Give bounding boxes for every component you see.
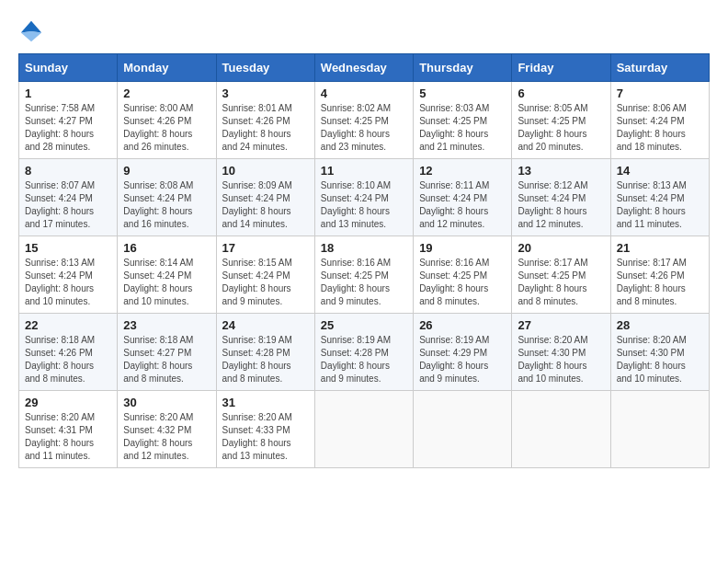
calendar-table: SundayMondayTuesdayWednesdayThursdayFrid…	[18, 53, 710, 468]
calendar-cell: 1 Sunrise: 7:58 AM Sunset: 4:27 PM Dayli…	[19, 82, 118, 159]
calendar-cell: 8 Sunrise: 8:07 AM Sunset: 4:24 PM Dayli…	[19, 159, 118, 236]
day-info: Sunrise: 8:19 AM Sunset: 4:28 PM Dayligh…	[321, 334, 407, 385]
day-info: Sunrise: 8:20 AM Sunset: 4:30 PM Dayligh…	[518, 334, 604, 385]
calendar-cell: 20 Sunrise: 8:17 AM Sunset: 4:25 PM Dayl…	[512, 236, 610, 314]
sunset-label: Sunset: 4:24 PM	[222, 270, 290, 281]
sunrise-label: Sunrise: 8:20 AM	[617, 335, 687, 345]
day-info: Sunrise: 7:58 AM Sunset: 4:27 PM Dayligh…	[25, 102, 111, 154]
sunrise-label: Sunrise: 8:00 AM	[123, 103, 193, 113]
sunrise-label: Sunrise: 8:20 AM	[222, 412, 292, 422]
calendar-week-row: 1 Sunrise: 7:58 AM Sunset: 4:27 PM Dayli…	[19, 82, 710, 159]
day-number: 20	[518, 241, 604, 255]
daylight-label: Daylight: 8 hours and 13 minutes.	[321, 206, 390, 229]
daylight-label: Daylight: 8 hours and 17 minutes.	[25, 206, 94, 229]
calendar-cell	[414, 391, 512, 468]
daylight-label: Daylight: 8 hours and 12 minutes.	[123, 438, 192, 461]
day-number: 29	[25, 396, 111, 409]
day-number: 23	[123, 318, 210, 332]
day-number: 31	[222, 396, 309, 409]
day-info: Sunrise: 8:08 AM Sunset: 4:24 PM Dayligh…	[123, 179, 210, 231]
daylight-label: Daylight: 8 hours and 10 minutes.	[617, 361, 686, 384]
day-number: 21	[617, 241, 703, 255]
sunset-label: Sunset: 4:25 PM	[419, 270, 487, 281]
sunrise-label: Sunrise: 8:13 AM	[25, 258, 95, 268]
day-info: Sunrise: 8:17 AM Sunset: 4:25 PM Dayligh…	[518, 257, 604, 308]
sunset-label: Sunset: 4:29 PM	[419, 348, 487, 358]
calendar-cell: 25 Sunrise: 8:19 AM Sunset: 4:28 PM Dayl…	[314, 314, 413, 391]
day-info: Sunrise: 8:19 AM Sunset: 4:28 PM Dayligh…	[222, 334, 309, 385]
day-info: Sunrise: 8:11 AM Sunset: 4:24 PM Dayligh…	[419, 179, 506, 231]
sunset-label: Sunset: 4:25 PM	[321, 270, 389, 281]
calendar-cell: 24 Sunrise: 8:19 AM Sunset: 4:28 PM Dayl…	[216, 314, 314, 391]
daylight-label: Daylight: 8 hours and 24 minutes.	[222, 129, 291, 152]
daylight-label: Daylight: 8 hours and 18 minutes.	[617, 129, 686, 152]
day-number: 2	[123, 86, 210, 100]
sunset-label: Sunset: 4:24 PM	[321, 193, 389, 203]
day-info: Sunrise: 8:05 AM Sunset: 4:25 PM Dayligh…	[518, 102, 604, 154]
day-info: Sunrise: 8:17 AM Sunset: 4:26 PM Dayligh…	[617, 257, 703, 308]
day-info: Sunrise: 8:01 AM Sunset: 4:26 PM Dayligh…	[222, 102, 309, 154]
day-number: 1	[25, 86, 111, 100]
day-info: Sunrise: 8:07 AM Sunset: 4:24 PM Dayligh…	[25, 179, 111, 231]
daylight-label: Daylight: 8 hours and 26 minutes.	[123, 129, 192, 152]
sunrise-label: Sunrise: 8:08 AM	[123, 180, 193, 190]
day-number: 19	[419, 241, 506, 255]
sunset-label: Sunset: 4:26 PM	[222, 116, 290, 126]
column-header-friday: Friday	[512, 54, 610, 82]
sunset-label: Sunset: 4:24 PM	[25, 270, 93, 281]
day-number: 27	[518, 318, 604, 332]
calendar-cell: 11 Sunrise: 8:10 AM Sunset: 4:24 PM Dayl…	[314, 159, 413, 236]
sunrise-label: Sunrise: 8:18 AM	[123, 335, 193, 345]
sunset-label: Sunset: 4:24 PM	[617, 193, 685, 203]
column-header-tuesday: Tuesday	[216, 54, 314, 82]
day-number: 7	[617, 86, 703, 100]
calendar-cell: 31 Sunrise: 8:20 AM Sunset: 4:33 PM Dayl…	[216, 391, 314, 468]
calendar-cell: 21 Sunrise: 8:17 AM Sunset: 4:26 PM Dayl…	[610, 236, 709, 314]
daylight-label: Daylight: 8 hours and 9 minutes.	[419, 361, 488, 384]
daylight-label: Daylight: 8 hours and 8 minutes.	[25, 361, 94, 384]
day-number: 14	[617, 164, 703, 178]
day-info: Sunrise: 8:16 AM Sunset: 4:25 PM Dayligh…	[321, 257, 407, 308]
sunrise-label: Sunrise: 8:06 AM	[617, 103, 687, 113]
calendar-cell: 14 Sunrise: 8:13 AM Sunset: 4:24 PM Dayl…	[610, 159, 709, 236]
day-info: Sunrise: 8:19 AM Sunset: 4:29 PM Dayligh…	[419, 334, 506, 385]
daylight-label: Daylight: 8 hours and 8 minutes.	[419, 283, 488, 306]
calendar-cell: 17 Sunrise: 8:15 AM Sunset: 4:24 PM Dayl…	[216, 236, 314, 314]
sunset-label: Sunset: 4:26 PM	[123, 116, 191, 126]
sunrise-label: Sunrise: 8:20 AM	[25, 412, 95, 422]
daylight-label: Daylight: 8 hours and 10 minutes.	[25, 283, 94, 306]
sunset-label: Sunset: 4:24 PM	[419, 193, 487, 203]
sunrise-label: Sunrise: 8:19 AM	[222, 335, 292, 345]
day-info: Sunrise: 8:18 AM Sunset: 4:27 PM Dayligh…	[123, 334, 210, 385]
sunset-label: Sunset: 4:31 PM	[25, 425, 93, 435]
daylight-label: Daylight: 8 hours and 23 minutes.	[321, 129, 390, 152]
daylight-label: Daylight: 8 hours and 8 minutes.	[518, 283, 586, 306]
column-header-wednesday: Wednesday	[314, 54, 413, 82]
calendar-cell: 6 Sunrise: 8:05 AM Sunset: 4:25 PM Dayli…	[512, 82, 610, 159]
sunset-label: Sunset: 4:24 PM	[123, 270, 191, 281]
sunrise-label: Sunrise: 8:01 AM	[222, 103, 292, 113]
sunset-label: Sunset: 4:32 PM	[123, 425, 191, 435]
daylight-label: Daylight: 8 hours and 20 minutes.	[518, 129, 586, 152]
column-header-saturday: Saturday	[610, 54, 709, 82]
sunset-label: Sunset: 4:25 PM	[321, 116, 389, 126]
sunrise-label: Sunrise: 8:18 AM	[25, 335, 95, 345]
calendar-cell	[314, 391, 413, 468]
calendar-cell: 29 Sunrise: 8:20 AM Sunset: 4:31 PM Dayl…	[19, 391, 118, 468]
sunrise-label: Sunrise: 8:10 AM	[321, 180, 391, 190]
daylight-label: Daylight: 8 hours and 11 minutes.	[617, 206, 686, 229]
sunrise-label: Sunrise: 8:09 AM	[222, 180, 292, 190]
day-info: Sunrise: 8:20 AM Sunset: 4:31 PM Dayligh…	[25, 411, 111, 463]
day-info: Sunrise: 8:14 AM Sunset: 4:24 PM Dayligh…	[123, 257, 210, 308]
daylight-label: Daylight: 8 hours and 12 minutes.	[419, 206, 488, 229]
sunrise-label: Sunrise: 8:14 AM	[123, 258, 193, 268]
calendar-cell: 5 Sunrise: 8:03 AM Sunset: 4:25 PM Dayli…	[414, 82, 512, 159]
day-number: 28	[617, 318, 703, 332]
sunset-label: Sunset: 4:30 PM	[617, 348, 685, 358]
day-info: Sunrise: 8:20 AM Sunset: 4:33 PM Dayligh…	[222, 411, 309, 463]
day-number: 10	[222, 164, 309, 178]
day-number: 24	[222, 318, 309, 332]
column-header-thursday: Thursday	[414, 54, 512, 82]
calendar-week-row: 22 Sunrise: 8:18 AM Sunset: 4:26 PM Dayl…	[19, 314, 710, 391]
calendar-body: 1 Sunrise: 7:58 AM Sunset: 4:27 PM Dayli…	[19, 82, 710, 468]
